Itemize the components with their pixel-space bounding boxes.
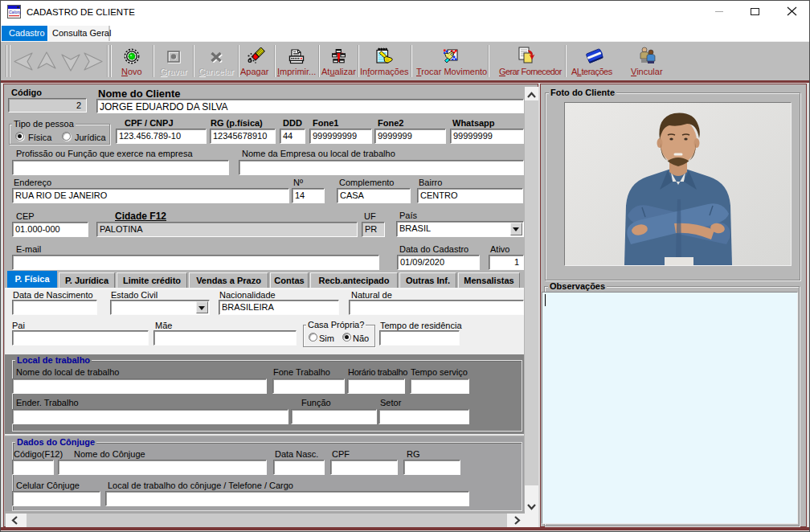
svg-text:Calony: Calony bbox=[9, 10, 21, 14]
